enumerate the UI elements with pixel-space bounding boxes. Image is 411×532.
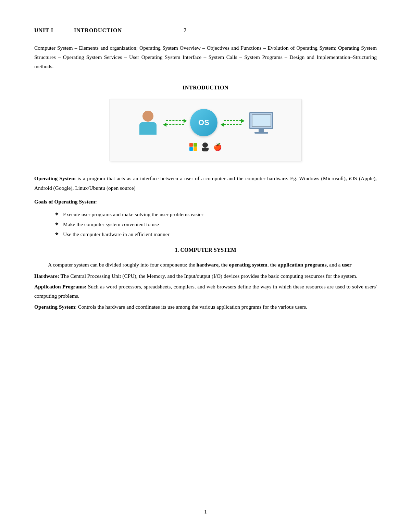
os-label: Operating System xyxy=(34,304,75,310)
hardware-para: Hardware: The Central Processing Unit (C… xyxy=(34,271,377,281)
arrow-right-2 xyxy=(224,120,241,121)
os-definition-rest: is a program that acts as an interface b… xyxy=(34,175,377,190)
diagram-row: OS xyxy=(136,109,275,136)
os-definition-para: Operating System is a program that acts … xyxy=(34,174,377,192)
os-para: Operating System: Controls the hardware … xyxy=(34,302,377,311)
unit-title: INTRODUCTION xyxy=(74,27,122,34)
app-programs-label: Application Programs: xyxy=(34,284,86,289)
computer-system-para1: A computer system can be divided roughly… xyxy=(34,260,377,269)
app-programs-para: Application Programs: Such as word proce… xyxy=(34,282,377,300)
monitor-base xyxy=(254,132,268,134)
cs-para1-mid2: , the xyxy=(267,262,278,268)
cs-para1-end: and a xyxy=(328,262,342,268)
os-circle: OS xyxy=(190,109,217,136)
monitor-stand xyxy=(259,129,264,132)
computer-icon xyxy=(248,112,275,134)
hardware-text: he Central Processing Unit (CPU), the Me… xyxy=(64,273,357,279)
unit-number: 7 xyxy=(184,27,186,34)
cs-para1-pre: A computer system can be divided roughly… xyxy=(48,262,197,268)
diagram-container: OS xyxy=(34,99,377,161)
os-bold2: operating system xyxy=(229,262,267,268)
list-item: Make the computer system convenient to u… xyxy=(55,220,377,229)
person-icon xyxy=(136,111,160,135)
os-diagram: OS xyxy=(110,99,301,161)
person-head xyxy=(142,111,153,122)
arrow-right-1 xyxy=(166,120,184,121)
hardware-label: Hardware: T xyxy=(34,273,64,279)
linux-icon xyxy=(202,143,209,151)
list-item: Use the computer hardware in an efficien… xyxy=(55,230,377,239)
right-arrows xyxy=(224,120,241,125)
unit-header: UNIT I INTRODUCTION 7 xyxy=(34,27,377,34)
page-number: 1 xyxy=(0,509,411,515)
os-text: : Controls the hardware and coordinates … xyxy=(75,304,307,310)
monitor-screen xyxy=(252,114,271,127)
syllabus-text: Computer System – Elements and organizat… xyxy=(34,43,377,71)
list-item: Execute user programs and make solving t… xyxy=(55,210,377,219)
app-bold: application programs, xyxy=(278,262,328,268)
goals-heading: Goals of Operating System: xyxy=(34,199,377,205)
document-page: UNIT I INTRODUCTION 7 Computer System – … xyxy=(0,0,411,532)
os-icons-row: 🍎 xyxy=(189,143,222,151)
windows-icon xyxy=(189,143,197,151)
cs-para1-mid: the xyxy=(220,262,229,268)
hardware-bold: hardware, xyxy=(197,262,220,268)
apple-icon: 🍎 xyxy=(213,144,222,150)
left-arrows xyxy=(166,120,184,125)
monitor xyxy=(249,112,273,129)
person-body xyxy=(139,122,157,135)
user-bold: user xyxy=(342,262,351,268)
os-bold-start: Operating System xyxy=(34,175,76,181)
goals-list: Execute user programs and make solving t… xyxy=(34,210,377,239)
introduction-heading: INTRODUCTION xyxy=(34,85,377,91)
computer-system-heading: 1. COMPUTER SYSTEM xyxy=(34,247,377,253)
unit-label: UNIT I xyxy=(34,27,53,34)
arrow-left-1 xyxy=(166,124,184,125)
arrow-left-2 xyxy=(224,124,241,125)
